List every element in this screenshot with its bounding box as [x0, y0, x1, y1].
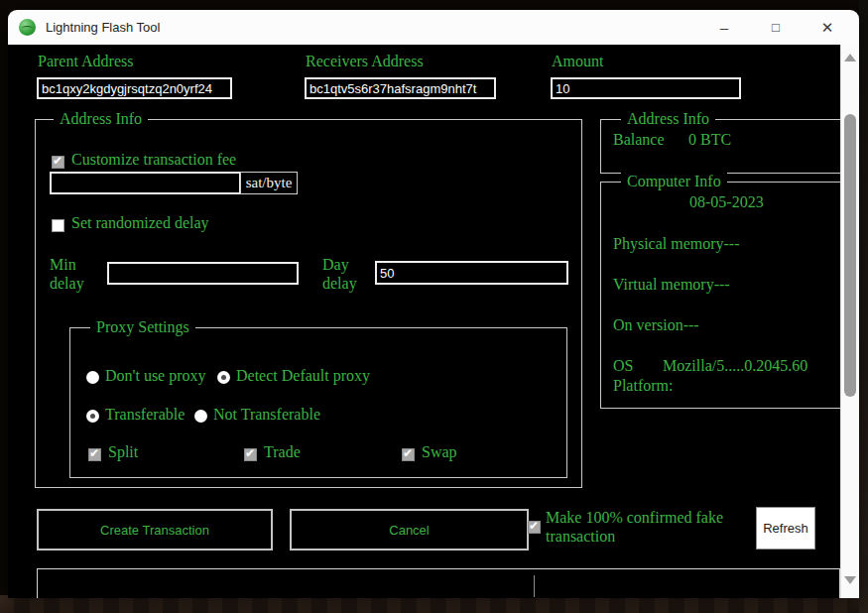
physical-memory-line: Physical memory---	[613, 235, 740, 253]
maximize-icon[interactable]: □	[750, 10, 802, 45]
customize-fee-checkbox[interactable]	[52, 156, 64, 169]
swap-checkbox[interactable]	[402, 448, 415, 461]
fee-unit-label: sat/byte	[240, 172, 298, 194]
day-delay-label: Day delay	[322, 255, 372, 293]
client-area: Parent Address Receivers Address Amount …	[8, 45, 859, 598]
app-window: Lightning Flash Tool – □ ✕ Parent Addres…	[8, 10, 859, 598]
cancel-button[interactable]: Cancel	[290, 509, 529, 551]
computer-info-title: Computer Info	[621, 173, 727, 190]
receivers-address-input[interactable]	[305, 77, 496, 99]
not-transferable-radio[interactable]	[194, 410, 207, 423]
window-title: Lightning Flash Tool	[46, 20, 160, 35]
vertical-scrollbar[interactable]	[840, 45, 859, 598]
desktop-wallpaper-edge	[859, 0, 868, 613]
customize-fee-label: Customize transaction fee	[71, 151, 236, 169]
text-caret	[534, 575, 535, 597]
minimize-icon[interactable]: –	[698, 10, 750, 45]
fee-input[interactable]	[50, 172, 241, 194]
amount-input[interactable]	[551, 77, 741, 99]
os-label: OS	[613, 357, 633, 375]
transferable-label: Transferable	[105, 406, 185, 424]
fake-transaction-label: Make 100% confirmed fake transaction	[546, 508, 752, 546]
detect-default-proxy-radio[interactable]	[217, 371, 230, 384]
not-transferable-label: Not Transferable	[213, 406, 320, 424]
refresh-button[interactable]: Refresh	[756, 507, 815, 550]
on-version-line: On version---	[613, 316, 699, 334]
receivers-address-label: Receivers Address	[306, 53, 424, 70]
detect-default-proxy-label: Detect Default proxy	[236, 367, 370, 385]
balance-value: 0 BTC	[688, 131, 731, 149]
titlebar: Lightning Flash Tool – □ ✕	[8, 10, 859, 45]
proxy-settings-title: Proxy Settings	[90, 318, 195, 336]
scrollbar-thumb[interactable]	[844, 114, 856, 397]
swap-label: Swap	[422, 443, 457, 461]
create-transaction-button[interactable]: Create Transaction	[37, 509, 273, 551]
min-delay-label: Min delay	[50, 255, 99, 293]
dont-use-proxy-label: Don't use proxy	[105, 367, 206, 385]
day-delay-input[interactable]	[375, 261, 568, 285]
split-label: Split	[108, 443, 138, 461]
scroll-down-icon[interactable]	[844, 576, 856, 584]
parent-address-input[interactable]	[37, 77, 232, 99]
split-checkbox[interactable]	[88, 448, 101, 461]
dont-use-proxy-radio[interactable]	[86, 371, 99, 384]
close-icon[interactable]: ✕	[802, 10, 853, 45]
computer-info-date: 08-05-2023	[689, 193, 764, 211]
proxy-settings-group: Proxy Settings	[69, 327, 567, 478]
trade-label: Trade	[264, 443, 301, 461]
address-info-group-title: Address Info	[54, 110, 148, 128]
balance-group-title: Address Info	[621, 110, 715, 128]
transferable-radio[interactable]	[86, 410, 99, 423]
randomized-delay-checkbox[interactable]	[52, 219, 64, 232]
output-textbox[interactable]	[37, 568, 840, 598]
os-value: Mozilla/5.....0.2045.60	[663, 357, 807, 375]
randomized-delay-label: Set randomized delay	[71, 214, 209, 232]
parent-address-label: Parent Address	[38, 53, 133, 70]
scroll-up-icon[interactable]	[844, 54, 856, 61]
trade-checkbox[interactable]	[244, 448, 257, 461]
platform-label: Platform:	[613, 377, 673, 395]
fake-transaction-checkbox[interactable]	[528, 521, 541, 534]
virtual-memory-line: Virtual memory---	[613, 276, 730, 294]
amount-label: Amount	[552, 53, 603, 70]
balance-label: Balance	[613, 131, 665, 149]
window-controls: – □ ✕	[698, 10, 853, 45]
app-icon	[19, 19, 36, 36]
min-delay-input[interactable]	[107, 262, 299, 285]
